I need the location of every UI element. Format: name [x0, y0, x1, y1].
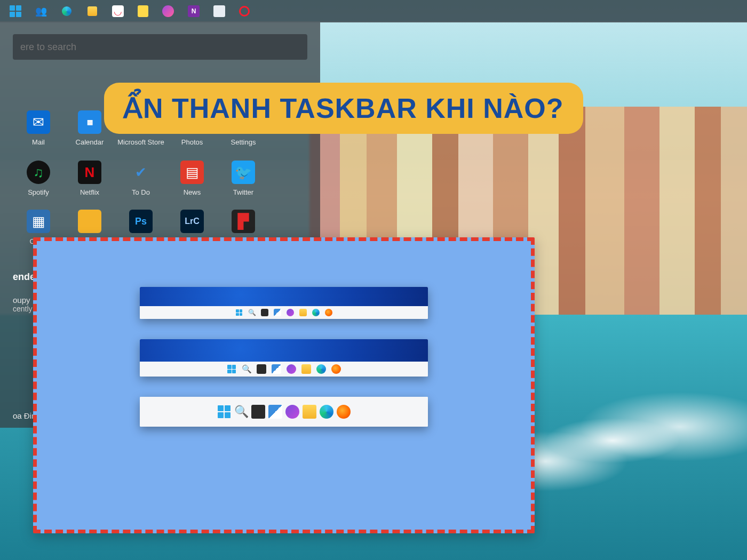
onenote-icon[interactable]: N	[188, 5, 200, 17]
tile-mail[interactable]: ✉ Mail	[13, 110, 64, 156]
task-view-icon[interactable]	[261, 309, 268, 316]
edge-icon[interactable]	[320, 405, 333, 419]
tile-label: To Do	[132, 188, 150, 196]
calculator-icon: ▦	[27, 210, 50, 233]
flipboard-icon: ▛	[232, 210, 255, 233]
tile-label: Microsoft Store	[117, 138, 164, 146]
netflix-icon: N	[78, 161, 101, 184]
tile-label: Mail	[32, 138, 45, 146]
chat-icon[interactable]	[285, 405, 299, 419]
firefox-icon[interactable]	[325, 309, 332, 316]
tile-spotify[interactable]: ♫ Spotify	[13, 161, 64, 206]
start-icon[interactable]	[10, 5, 21, 17]
tile-label: Twitter	[233, 188, 253, 196]
widgets-icon[interactable]	[268, 405, 282, 419]
chat-icon[interactable]	[287, 364, 296, 374]
start-icon[interactable]	[217, 405, 231, 419]
mini-taskbar-large: 🔍	[140, 397, 428, 427]
task-view-icon[interactable]	[257, 364, 266, 374]
news-icon: ▤	[180, 161, 204, 184]
edge-icon[interactable]	[316, 364, 326, 374]
search-icon[interactable]: 🔍	[234, 405, 248, 419]
photoshop-icon: Ps	[129, 210, 153, 233]
mini-wallpaper	[140, 287, 428, 306]
start-icon[interactable]	[235, 309, 243, 316]
tile-netflix[interactable]: N Netflix	[64, 161, 115, 206]
pocket-icon[interactable]: ◡	[112, 5, 124, 17]
headline-banner: ẨN THANH TASKBAR KHI NÀO?	[104, 83, 583, 134]
tile-todo[interactable]: ✔ To Do	[115, 161, 166, 206]
todo-icon: ✔	[129, 161, 153, 184]
widgets-icon[interactable]	[274, 309, 281, 316]
chat-icon[interactable]	[287, 309, 294, 316]
lightroom-icon: LrC	[180, 210, 204, 233]
start-icon[interactable]	[227, 364, 236, 374]
tile-label: Settings	[231, 138, 256, 146]
file-explorer-icon[interactable]	[303, 405, 316, 419]
top-taskbar: 👥 ◡ N	[0, 0, 747, 22]
photos-taskbar-icon[interactable]	[213, 5, 225, 17]
file-explorer-icon[interactable]	[301, 364, 311, 374]
sticky-notes-icon[interactable]	[138, 5, 148, 17]
people-icon[interactable]: 👥	[35, 5, 47, 17]
tile-twitter[interactable]: 🐦 Twitter	[218, 161, 269, 206]
mini-taskbar-small: 🔍	[140, 306, 428, 319]
mini-taskbar-medium: 🔍	[140, 362, 428, 377]
tile-label: Calendar	[76, 138, 104, 146]
tile-label: Spotify	[28, 188, 49, 196]
inset-panel: 🔍 🔍	[33, 237, 535, 533]
mail-icon: ✉	[27, 110, 50, 134]
firefox-icon[interactable]	[331, 364, 341, 374]
opera-icon[interactable]	[239, 6, 250, 17]
messenger-icon[interactable]	[162, 5, 174, 17]
widgets-icon[interactable]	[272, 364, 281, 374]
firefox-icon[interactable]	[337, 405, 351, 419]
spotify-icon: ♫	[27, 161, 50, 184]
inset-content: 🔍 🔍	[45, 250, 522, 521]
tile-label: Netflix	[80, 188, 99, 196]
calendar-icon: ▦	[78, 110, 101, 134]
search-icon[interactable]: 🔍	[242, 364, 251, 374]
search-icon[interactable]: 🔍	[248, 309, 256, 316]
mini-desktop-small: 🔍	[140, 287, 428, 319]
mini-wallpaper	[140, 339, 428, 362]
twitter-icon: 🐦	[232, 161, 255, 184]
edge-icon[interactable]	[61, 5, 73, 17]
tile-news[interactable]: ▤ News	[166, 161, 218, 206]
mini-desktop-large: 🔍	[140, 397, 428, 427]
task-view-icon[interactable]	[251, 405, 265, 419]
edge-icon[interactable]	[312, 309, 320, 316]
file-explorer-icon[interactable]	[299, 309, 307, 316]
tile-label: Photos	[181, 138, 203, 146]
folder-icon	[78, 210, 101, 233]
mini-desktop-medium: 🔍	[140, 339, 428, 377]
file-explorer-icon[interactable]	[86, 5, 98, 17]
tile-label: News	[184, 188, 201, 196]
search-input[interactable]	[13, 34, 307, 60]
